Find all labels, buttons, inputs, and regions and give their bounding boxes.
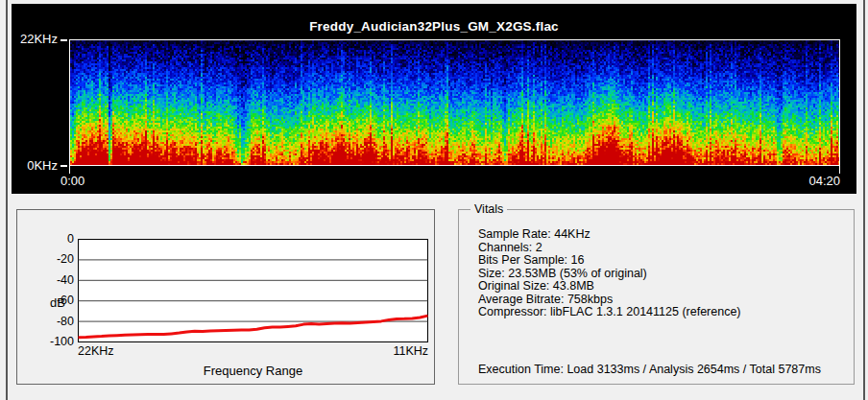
vitals-groupbox: Vitals Sample Rate: 44KHz Channels: 2 Bi… [458,209,855,385]
freq-tick-bottom [60,165,67,167]
freq-axis-label-bottom: 0KHz [12,159,58,173]
time-tick-start [69,166,70,174]
db-line-chart [78,239,428,342]
y-tick-label: -20 [32,252,74,266]
y-tick-label: -100 [32,335,74,348]
spectrogram-panel: Freddy_Audician32Plus_GM_X2GS.flac 22KHz… [12,4,856,194]
file-title: Freddy_Audician32Plus_GM_X2GS.flac [12,19,856,34]
x-axis-title: Frequency Range [78,364,428,378]
y-tick-label: 0 [32,232,74,246]
freq-axis-label-top: 22KHz [12,33,58,46]
x-tick-label-start: 22KHz [78,344,114,358]
window-border-left [6,0,8,400]
y-tick-label: -80 [32,315,74,328]
time-label-start: 0:00 [60,174,84,188]
spectrogram-plot-frame [69,39,840,166]
x-tick-label-end: 11KHz [332,344,428,358]
time-tick-end [839,166,840,174]
y-tick-label: -60 [32,294,74,307]
frequency-range-chart-panel: dB 0-20-40-60-80-100 22KHz 11KHz Frequen… [16,209,435,385]
spectrogram-image [70,40,839,165]
window-border-right [863,0,865,400]
y-tick-label: -40 [32,273,74,287]
vitals-legend: Vitals [470,202,507,217]
execution-time: Execution Time: Load 3133ms / Analysis 2… [478,363,821,376]
vitals-lines: Sample Rate: 44KHz Channels: 2 Bits Per … [478,228,741,319]
freq-tick-top [60,39,67,41]
time-label-end: 04:20 [770,174,840,188]
analysis-window: Freddy_Audician32Plus_GM_X2GS.flac 22KHz… [0,0,868,400]
